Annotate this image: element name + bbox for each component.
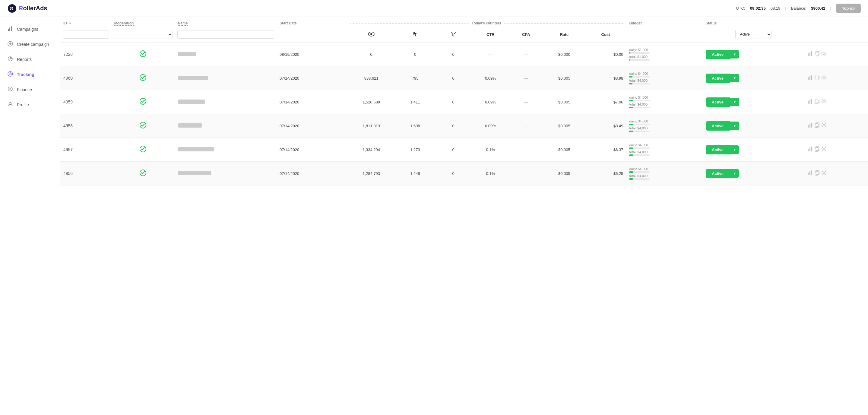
- copy-icon[interactable]: [815, 51, 819, 58]
- divider1: |: [785, 6, 786, 10]
- status-active-button[interactable]: Active: [706, 73, 730, 83]
- cell-moderation: [111, 90, 175, 114]
- filter-conv-cell: [434, 28, 473, 42]
- status-dropdown-button[interactable]: ▼: [730, 146, 740, 154]
- budget-bar-bg-total: [629, 83, 650, 85]
- cell-name: [175, 138, 277, 162]
- stats-icon[interactable]: [807, 51, 813, 58]
- status-dropdown-button[interactable]: ▼: [730, 169, 740, 178]
- cell-cost: $8.49: [585, 114, 626, 138]
- sidebar-item-tracking[interactable]: Tracking: [0, 67, 60, 82]
- filter-rate-cell: Rate: [544, 28, 585, 42]
- sidebar-item-reports[interactable]: Reports: [0, 52, 60, 67]
- moderation-check-icon: [140, 147, 147, 154]
- settings-icon[interactable]: [821, 99, 827, 105]
- copy-icon[interactable]: [815, 99, 819, 105]
- status-active-button[interactable]: Active: [706, 145, 730, 154]
- budget-bar-fill-total: [629, 59, 630, 61]
- status-active-button[interactable]: Active: [706, 121, 730, 131]
- col-header-id[interactable]: ID ▼: [60, 17, 111, 28]
- status-dropdown-button[interactable]: ▼: [730, 122, 740, 130]
- moderation-check-icon: [140, 123, 147, 130]
- col-status-label: Status: [706, 21, 717, 25]
- cell-cost: $3.98: [585, 66, 626, 90]
- status-btn-group: Active ▼: [706, 145, 801, 154]
- status-active-button[interactable]: Active: [706, 50, 730, 59]
- copy-icon[interactable]: [815, 75, 819, 82]
- svg-rect-36: [811, 99, 812, 104]
- status-active-button[interactable]: Active: [706, 169, 730, 178]
- sidebar-label-finance: Finance: [17, 87, 32, 92]
- svg-point-60: [823, 172, 825, 174]
- cell-moderation: [111, 42, 175, 66]
- campaigns-table: ID ▼ Moderation Name Start Date: [60, 17, 868, 186]
- settings-icon[interactable]: [821, 123, 827, 129]
- cell-ctr: 0.09%: [472, 114, 508, 138]
- cell-cost: $6.37: [585, 138, 626, 162]
- copy-icon[interactable]: [815, 170, 819, 177]
- cell-budget: daily: $4,000 total: $4,000: [626, 66, 703, 90]
- budget-daily-label: daily: $4,000: [629, 72, 700, 75]
- sidebar: Campaigns Create campaign Reports Tracki…: [0, 17, 60, 415]
- status-active-button[interactable]: Active: [706, 97, 730, 107]
- cell-status: Active ▼: [703, 138, 804, 162]
- table-body: 7228 08/19/2020 0 0 0 — — $0.000 $0.00 d…: [60, 42, 868, 186]
- status-dropdown-button[interactable]: ▼: [730, 50, 740, 59]
- topup-button[interactable]: Top up: [836, 4, 861, 13]
- stats-icon[interactable]: [807, 123, 813, 129]
- svg-point-32: [823, 76, 825, 78]
- filter-id-input[interactable]: [63, 30, 109, 39]
- cell-clicks: 1,273: [396, 138, 434, 162]
- cell-cpa: —: [508, 90, 544, 114]
- status-dropdown-button[interactable]: ▼: [730, 74, 740, 82]
- svg-rect-24: [816, 51, 819, 55]
- filter-name-input[interactable]: [177, 30, 274, 39]
- budget-total-label: total: $4,000: [629, 79, 700, 82]
- budget-total-label: total: $4,000: [629, 126, 700, 130]
- cell-cost: $6.25: [585, 162, 626, 186]
- cell-ctr: 0.1%: [472, 138, 508, 162]
- svg-rect-29: [811, 75, 812, 80]
- cell-moderation: [111, 138, 175, 162]
- stats-icon[interactable]: [807, 170, 813, 177]
- copy-icon[interactable]: [815, 146, 819, 153]
- stats-icon[interactable]: [807, 99, 813, 105]
- cell-status: Active ▼: [703, 66, 804, 90]
- svg-rect-30: [815, 76, 818, 80]
- settings-icon[interactable]: [821, 75, 827, 82]
- cell-moderation: [111, 162, 175, 186]
- budget-bar-fill-total: [629, 107, 633, 108]
- settings-icon[interactable]: [821, 51, 827, 58]
- campaigns-table-container: ID ▼ Moderation Name Start Date: [60, 17, 868, 186]
- col-header-today-counters: Today's counters: [346, 17, 626, 28]
- stats-icon[interactable]: [807, 75, 813, 82]
- svg-rect-56: [809, 171, 810, 175]
- create-icon: [7, 41, 13, 47]
- svg-marker-18: [451, 32, 456, 36]
- moderation-check-icon: [140, 99, 147, 106]
- balance-label: Balance:: [791, 6, 806, 10]
- settings-icon[interactable]: [821, 146, 827, 153]
- cell-id: 7228: [60, 42, 111, 66]
- cell-rate: $0.000: [544, 42, 585, 66]
- col-budget-label: Budget: [629, 21, 642, 25]
- cell-id: 4958: [60, 114, 111, 138]
- stats-icon[interactable]: [807, 146, 813, 153]
- sidebar-label-create: Create campaign: [17, 42, 49, 47]
- settings-icon[interactable]: [821, 170, 827, 177]
- filter-status-select[interactable]: Active Paused All: [735, 30, 772, 39]
- sidebar-item-create[interactable]: Create campaign: [0, 37, 60, 52]
- status-dropdown-button[interactable]: ▼: [730, 98, 740, 106]
- filter-mod-select[interactable]: Approved Pending: [114, 30, 173, 39]
- svg-rect-41: [808, 125, 809, 128]
- copy-icon[interactable]: [815, 123, 819, 129]
- cell-budget: daily: $4,000 total: $4,000: [626, 114, 703, 138]
- svg-rect-50: [811, 147, 812, 151]
- svg-rect-4: [9, 27, 10, 31]
- svg-point-17: [370, 33, 372, 35]
- sidebar-item-profile[interactable]: Profile: [0, 97, 60, 112]
- table-filter-row: Approved Pending: [60, 28, 868, 42]
- sidebar-item-campaigns[interactable]: Campaigns: [0, 22, 60, 37]
- budget-bar-bg-total: [629, 178, 650, 180]
- sidebar-item-finance[interactable]: Finance: [0, 82, 60, 97]
